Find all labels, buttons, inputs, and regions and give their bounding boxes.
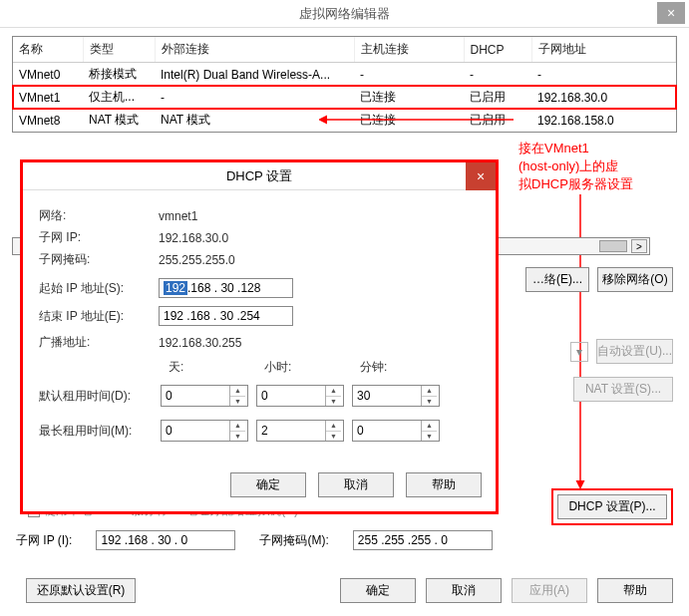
dialog-help-button[interactable]: 帮助	[406, 472, 482, 497]
close-icon[interactable]: ×	[657, 2, 685, 24]
annotation-text: 接在VMnet1 (host-only)上的虚 拟DHCP服务器设置	[518, 140, 688, 194]
chevron-down-icon[interactable]: ▼	[422, 397, 437, 407]
main-content: 名称 类型 外部连接 主机连接 DHCP 子网地址 VMnet0 桥接模式 In…	[0, 28, 689, 149]
value-mask: 255.255.255.0	[159, 253, 235, 267]
label-max-lease: 最长租用时间(M):	[39, 423, 161, 440]
dialog-ok-button[interactable]: 确定	[230, 472, 306, 497]
label-subnet-ip-bottom: 子网 IP (I):	[16, 532, 72, 549]
chevron-down-icon[interactable]: ▼	[422, 432, 437, 442]
start-ip-input[interactable]: 192.168 . 30 .128	[159, 278, 293, 298]
value-subnet-ip: 192.168.30.0	[159, 231, 228, 245]
label-mask: 子网掩码:	[39, 251, 159, 268]
value-broadcast: 192.168.30.255	[159, 336, 241, 350]
end-ip-input[interactable]: 192 .168 . 30 .254	[159, 306, 293, 326]
cancel-button[interactable]: 取消	[426, 578, 502, 603]
label-subnet-ip: 子网 IP:	[39, 229, 159, 246]
table-row[interactable]: VMnet0 桥接模式 Intel(R) Dual Band Wireless-…	[13, 63, 676, 87]
chevron-down-icon[interactable]: ▼	[326, 397, 341, 407]
max-lease-minutes-stepper[interactable]: ▲▼	[352, 420, 440, 442]
nat-settings-button[interactable]: NAT 设置(S)...	[573, 377, 673, 402]
chevron-up-icon[interactable]: ▲	[326, 421, 341, 432]
label-mask-bottom: 子网掩码(M):	[259, 532, 328, 549]
dhcp-settings-dialog: DHCP 设置 × 网络: vmnet1 子网 IP: 192.168.30.0…	[20, 159, 499, 514]
chevron-up-icon[interactable]: ▲	[422, 386, 437, 397]
dhcp-settings-highlight: DHCP 设置(P)...	[551, 488, 673, 525]
restore-defaults-button[interactable]: 还原默认设置(R)	[26, 578, 136, 603]
dhcp-settings-button[interactable]: DHCP 设置(P)...	[557, 494, 667, 519]
help-button[interactable]: 帮助	[597, 578, 673, 603]
col-ext[interactable]: 外部连接	[155, 37, 354, 63]
scroll-right-icon[interactable]: >	[631, 239, 647, 253]
col-host[interactable]: 主机连接	[354, 37, 464, 63]
chevron-down-icon[interactable]: ▼	[230, 397, 245, 407]
chevron-up-icon[interactable]: ▲	[230, 421, 245, 432]
titlebar: 虚拟网络编辑器 ×	[0, 0, 689, 28]
chevron-up-icon[interactable]: ▲	[422, 421, 437, 432]
label-broadcast: 广播地址:	[39, 334, 159, 351]
col-dhcp[interactable]: DHCP	[464, 37, 531, 63]
col-minutes: 分钟:	[360, 359, 448, 376]
label-network: 网络:	[39, 207, 159, 224]
table-row[interactable]: VMnet1 仅主机... - 已连接 已启用 192.168.30.0	[13, 86, 676, 109]
col-type[interactable]: 类型	[83, 37, 155, 63]
dialog-cancel-button[interactable]: 取消	[318, 472, 394, 497]
label-start-ip: 起始 IP 地址(S):	[39, 280, 159, 297]
chevron-up-icon[interactable]: ▲	[326, 386, 341, 397]
subnet-ip-input[interactable]: 192 .168 . 30 . 0	[96, 530, 235, 550]
remove-network-button[interactable]: 移除网络(O)	[597, 267, 673, 292]
col-subnet[interactable]: 子网地址	[531, 37, 676, 63]
default-lease-minutes-stepper[interactable]: ▲▼	[352, 385, 440, 407]
dialog-close-icon[interactable]: ×	[466, 162, 496, 190]
max-lease-hours-stepper[interactable]: ▲▼	[256, 420, 344, 442]
subnet-mask-input[interactable]: 255 .255 .255 . 0	[353, 530, 493, 550]
auto-settings-button[interactable]: 自动设置(U)...	[596, 339, 673, 364]
add-network-button[interactable]: …络(E)...	[525, 267, 589, 292]
table-row[interactable]: VMnet8 NAT 模式 NAT 模式 已连接 已启用 192.168.158…	[13, 109, 676, 132]
network-table: 名称 类型 外部连接 主机连接 DHCP 子网地址 VMnet0 桥接模式 In…	[12, 36, 677, 133]
col-hours: 小时:	[264, 359, 352, 376]
default-lease-hours-stepper[interactable]: ▲▼	[256, 385, 344, 407]
chevron-down-icon[interactable]: ▼	[326, 432, 341, 442]
label-default-lease: 默认租用时间(D):	[39, 388, 161, 405]
table-header-row: 名称 类型 外部连接 主机连接 DHCP 子网地址	[13, 37, 676, 63]
value-network: vmnet1	[159, 209, 197, 223]
dropdown-caret-icon[interactable]: ▾	[570, 342, 588, 362]
subnet-fields: 子网 IP (I): 192 .168 . 30 . 0 子网掩码(M): 25…	[16, 530, 493, 550]
label-end-ip: 结束 IP 地址(E):	[39, 308, 159, 325]
default-lease-days-stepper[interactable]: ▲▼	[161, 385, 248, 407]
window-title: 虚拟网络编辑器	[299, 5, 390, 23]
ok-button[interactable]: 确定	[340, 578, 416, 603]
bottom-button-row: 还原默认设置(R) 确定 取消 应用(A) 帮助	[16, 578, 673, 603]
col-name[interactable]: 名称	[13, 37, 83, 63]
scrollbar-thumb[interactable]	[599, 240, 627, 252]
chevron-down-icon[interactable]: ▼	[230, 432, 245, 442]
dialog-title: DHCP 设置	[226, 167, 292, 185]
max-lease-days-stepper[interactable]: ▲▼	[161, 420, 248, 442]
col-days: 天:	[169, 359, 256, 376]
apply-button[interactable]: 应用(A)	[512, 578, 587, 603]
dialog-titlebar: DHCP 设置 ×	[23, 162, 496, 190]
chevron-up-icon[interactable]: ▲	[230, 386, 245, 397]
